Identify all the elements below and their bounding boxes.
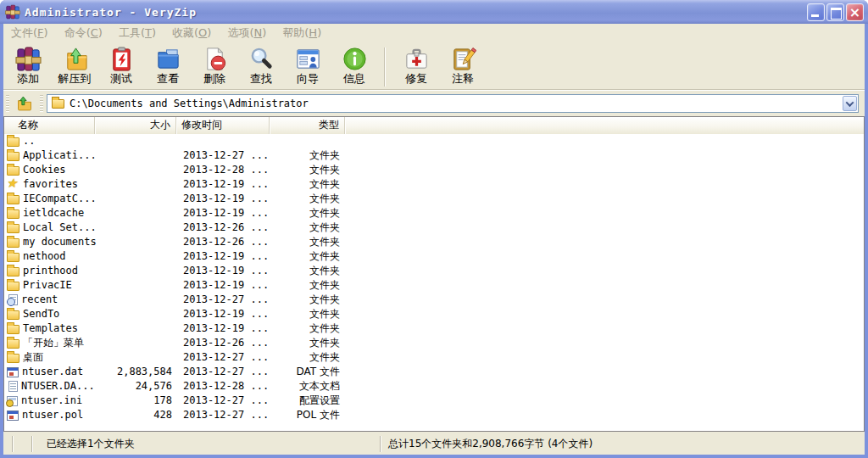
file-date: 2013-12-19 ... — [176, 321, 270, 336]
file-name: Cookies — [23, 163, 66, 177]
sysfile-icon — [7, 367, 19, 377]
file-type: 文件夹 — [270, 177, 345, 192]
add-books-icon — [15, 46, 42, 72]
toolbar-button-view[interactable]: 查看 — [148, 45, 187, 86]
toolbar-button-wizard[interactable]: 向导 — [288, 45, 327, 86]
column-header-filler — [345, 117, 864, 134]
table-row[interactable]: nethood 2013-12-19 ... 文件夹 — [4, 249, 864, 264]
table-row[interactable]: Templates 2013-12-19 ... 文件夹 — [4, 321, 864, 336]
file-type: 文件夹 — [270, 264, 345, 278]
toolbar-grip-handle[interactable] — [6, 95, 9, 112]
file-name: ntuser.ini — [21, 394, 82, 408]
status-totals-text: 总计15个文件夹和2,908,766字节 (4个文件) — [381, 433, 865, 455]
up-folder-button[interactable] — [13, 93, 36, 114]
file-type: 文件夹 — [270, 249, 345, 264]
file-name: ntuser.dat — [22, 365, 83, 379]
table-row[interactable]: recent 2013-12-27 ... 文件夹 — [4, 293, 864, 307]
file-date: 2013-12-26 ... — [176, 221, 270, 235]
close-button[interactable] — [846, 3, 864, 21]
column-header-name[interactable]: 名称 — [4, 117, 95, 134]
status-bar: 已经选择1个文件夹 总计15个文件夹和2,908,766字节 (4个文件) — [3, 432, 865, 455]
menu-item-favorites[interactable]: 收藏(O) — [172, 25, 211, 41]
file-name: 桌面 — [23, 350, 43, 365]
file-name: ntuser.pol — [22, 408, 83, 422]
addressbar-grip-handle[interactable] — [40, 95, 43, 112]
maximize-button[interactable] — [826, 3, 844, 21]
menu-item-help[interactable]: 帮助(H) — [282, 25, 321, 41]
inifile-icon — [7, 396, 18, 406]
file-list-panel: 名称 大小 修改时间 类型 .. Applicati... 2013-12-27… — [3, 116, 865, 432]
file-type: POL 文件 — [270, 408, 345, 422]
address-combobox[interactable]: C:\Documents and Settings\Administrator — [47, 94, 859, 113]
minimize-button[interactable] — [807, 3, 825, 21]
repair-case-icon — [403, 46, 430, 72]
file-type: 文件夹 — [270, 148, 345, 163]
menu-item-options[interactable]: 选项(N) — [227, 25, 266, 41]
menu-item-tools[interactable]: 工具(T) — [119, 25, 156, 41]
table-row[interactable]: Cookies 2013-12-28 ... 文件夹 — [4, 163, 864, 177]
app-icon[interactable] — [5, 4, 20, 20]
table-row[interactable]: .. — [4, 134, 864, 148]
file-name: IECompatC... — [23, 192, 97, 206]
folder-icon — [7, 325, 19, 334]
file-date: 2013-12-28 ... — [176, 379, 270, 394]
file-size: 24,576 — [95, 379, 176, 394]
toolbar-button-comment[interactable]: 注释 — [443, 45, 482, 86]
file-rows: .. Applicati... 2013-12-27 ... 文件夹 Cooki… — [4, 134, 864, 422]
table-row[interactable]: ntuser.dat 2,883,584 2013-12-27 ... DAT … — [4, 365, 864, 379]
menu-item-file[interactable]: 文件(F) — [11, 25, 48, 41]
folder-icon — [7, 339, 19, 349]
table-row[interactable]: ntuser.pol 428 2013-12-27 ... POL 文件 — [4, 408, 864, 422]
table-row[interactable]: PrivacIE 2013-12-19 ... 文件夹 — [4, 278, 864, 293]
file-type: 文件夹 — [270, 235, 345, 249]
table-row[interactable]: SendTo 2013-12-19 ... 文件夹 — [4, 307, 864, 321]
file-name: SendTo — [23, 307, 59, 321]
file-type: 文本文档 — [270, 379, 345, 394]
file-date: 2013-12-27 ... — [176, 394, 270, 408]
table-row[interactable]: Applicati... 2013-12-27 ... 文件夹 — [4, 148, 864, 163]
file-name: PrivacIE — [23, 278, 72, 293]
info-circle-icon — [342, 46, 368, 72]
table-row[interactable]: my documents 2013-12-26 ... 文件夹 — [4, 235, 864, 249]
table-row[interactable]: Local Set... 2013-12-26 ... 文件夹 — [4, 221, 864, 235]
status-selection-text: 已经选择1个文件夹 — [33, 433, 380, 455]
toolbar-button-info[interactable]: 信息 — [335, 45, 374, 86]
column-header-type[interactable]: 类型 — [270, 117, 345, 134]
column-header-date[interactable]: 修改时间 — [176, 117, 270, 134]
menu-item-commands[interactable]: 命令(C) — [64, 25, 103, 41]
table-row[interactable]: 「开始」菜单 2013-12-26 ... 文件夹 — [4, 336, 864, 350]
table-row[interactable]: ntuser.ini 178 2013-12-27 ... 配置设置 — [4, 394, 864, 408]
file-name: Templates — [23, 321, 78, 336]
file-type: 配置设置 — [270, 394, 345, 408]
column-header-size[interactable]: 大小 — [95, 117, 176, 134]
table-row[interactable]: favorites 2013-12-19 ... 文件夹 — [4, 177, 864, 192]
file-type: 文件夹 — [270, 350, 345, 365]
toolbar-button-test[interactable]: 测试 — [102, 45, 141, 86]
delete-page-icon — [202, 46, 228, 72]
toolbar-button-add[interactable]: 添加 — [8, 45, 47, 86]
toolbar-button-find[interactable]: 查找 — [242, 45, 281, 86]
star-icon — [7, 180, 19, 190]
address-bar: C:\Documents and Settings\Administrator — [3, 91, 865, 116]
file-type: 文件夹 — [270, 307, 345, 321]
table-row[interactable]: IECompatC... 2013-12-19 ... 文件夹 — [4, 192, 864, 206]
file-name: favorites — [23, 177, 78, 192]
table-row[interactable]: ietldcache 2013-12-19 ... 文件夹 — [4, 206, 864, 221]
table-row[interactable]: 桌面 2013-12-27 ... 文件夹 — [4, 350, 864, 365]
toolbar-button-delete[interactable]: 删除 — [195, 45, 234, 86]
file-type: 文件夹 — [270, 206, 345, 221]
column-header-row: 名称 大小 修改时间 类型 — [4, 117, 864, 134]
title-bar[interactable]: Administrator - VeryZip — [0, 0, 868, 24]
file-type: 文件夹 — [270, 192, 345, 206]
table-row[interactable]: printhood 2013-12-19 ... 文件夹 — [4, 264, 864, 278]
file-name: Local Set... — [23, 221, 97, 235]
file-size: 178 — [95, 394, 176, 408]
toolbar-button-repair[interactable]: 修复 — [397, 45, 436, 86]
folder-icon — [7, 238, 19, 248]
address-dropdown-button[interactable] — [843, 96, 857, 111]
toolbar-separator — [384, 47, 386, 87]
file-date: 2013-12-28 ... — [176, 163, 270, 177]
table-row[interactable]: NTUSER.DA... 24,576 2013-12-28 ... 文本文档 — [4, 379, 864, 394]
toolbar-button-extract[interactable]: 解压到 — [55, 45, 94, 86]
file-type: 文件夹 — [270, 321, 345, 336]
